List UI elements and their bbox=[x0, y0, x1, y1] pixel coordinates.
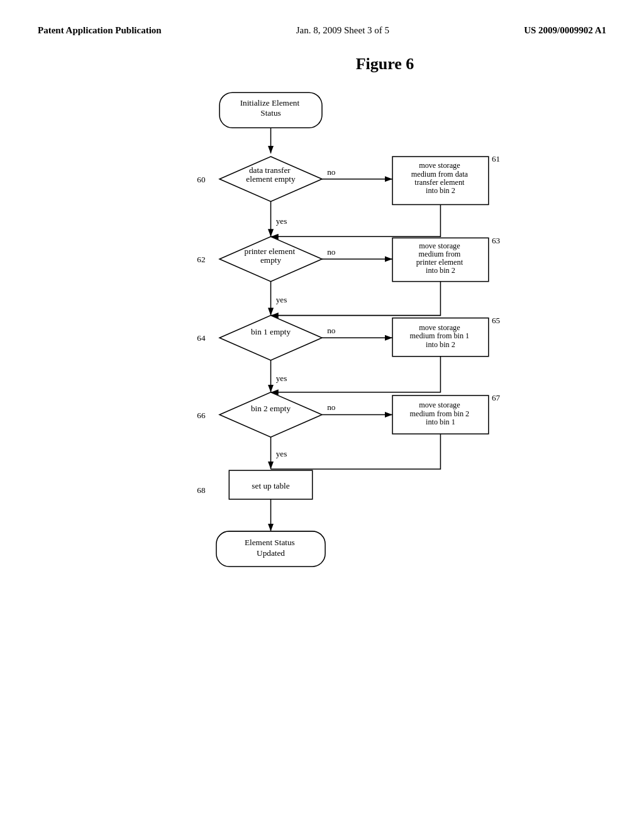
label-64: 64 bbox=[197, 333, 206, 343]
flowchart: Initialize Element Status data transfer … bbox=[38, 86, 606, 778]
header-center: Jan. 8, 2009 Sheet 3 of 5 bbox=[296, 25, 389, 36]
diamond-66 bbox=[219, 392, 322, 437]
diamond-66-label: bin 2 empty bbox=[251, 404, 291, 413]
arrow-b67-merge4 bbox=[271, 434, 441, 469]
label-yes-60: yes bbox=[276, 216, 287, 226]
label-no-60: no bbox=[327, 167, 336, 177]
figure-title: Figure 6 bbox=[38, 55, 644, 74]
label-yes-62: yes bbox=[276, 295, 287, 304]
label-no-62: no bbox=[327, 247, 336, 257]
diamond-64 bbox=[219, 316, 322, 360]
arrow-b61-merge1 bbox=[271, 204, 441, 236]
flowchart-svg: Initialize Element Status data transfer … bbox=[38, 86, 606, 778]
label-yes-64: yes bbox=[276, 374, 287, 383]
page: Patent Application Publication Jan. 8, 2… bbox=[0, 0, 644, 830]
diamond-64-label: bin 1 empty bbox=[251, 327, 291, 336]
label-yes-66: yes bbox=[276, 449, 287, 458]
label-62: 62 bbox=[197, 255, 205, 264]
label-no-64: no bbox=[327, 326, 336, 335]
arrow-b63-merge2 bbox=[271, 282, 441, 316]
label-65: 65 bbox=[492, 316, 501, 325]
diamond-60-label: data transfer element empty bbox=[246, 165, 296, 184]
header-right: US 2009/0009902 A1 bbox=[524, 25, 606, 36]
label-68: 68 bbox=[197, 485, 206, 495]
label-no-66: no bbox=[327, 402, 336, 412]
label-67: 67 bbox=[492, 393, 501, 402]
label-60: 60 bbox=[197, 175, 206, 184]
header: Patent Application Publication Jan. 8, 2… bbox=[38, 25, 606, 36]
label-61: 61 bbox=[492, 154, 500, 163]
box-68-label: set up table bbox=[252, 481, 289, 490]
header-left: Patent Application Publication bbox=[38, 25, 162, 36]
label-66: 66 bbox=[197, 411, 206, 420]
label-63: 63 bbox=[492, 236, 501, 245]
arrow-b65-merge3 bbox=[271, 357, 441, 392]
